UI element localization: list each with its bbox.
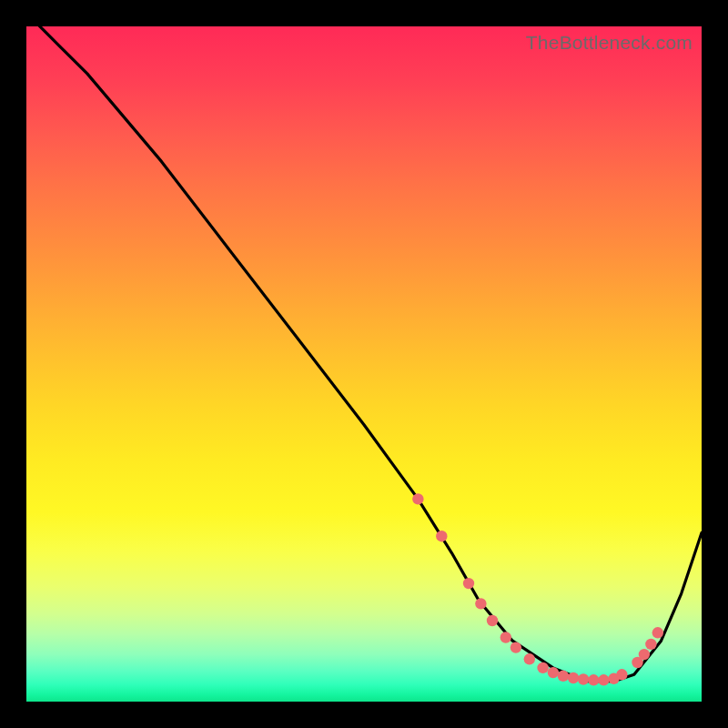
marker-dot	[463, 578, 474, 589]
chart-frame: TheBottleneck.com	[0, 0, 728, 728]
marker-dot	[588, 674, 599, 685]
plot-area: TheBottleneck.com	[26, 26, 702, 702]
marker-dot	[616, 669, 627, 680]
marker-dot	[436, 531, 447, 541]
marker-dot	[645, 639, 656, 650]
marker-dot	[558, 671, 569, 682]
marker-dot	[537, 662, 548, 673]
marker-dot	[568, 672, 579, 683]
marker-dot	[500, 632, 511, 642]
marker-dot	[511, 642, 521, 652]
marker-dot	[598, 674, 609, 685]
bottleneck-curve	[26, 13, 702, 682]
marker-dot	[475, 598, 486, 609]
marker-dot	[548, 667, 559, 678]
marker-dot	[652, 627, 663, 638]
marker-dot	[578, 673, 589, 684]
marker-dot	[487, 615, 498, 626]
curve-layer	[26, 26, 702, 702]
marker-dot	[639, 649, 650, 660]
marker-dot	[524, 653, 535, 664]
marker-dot	[412, 493, 423, 504]
